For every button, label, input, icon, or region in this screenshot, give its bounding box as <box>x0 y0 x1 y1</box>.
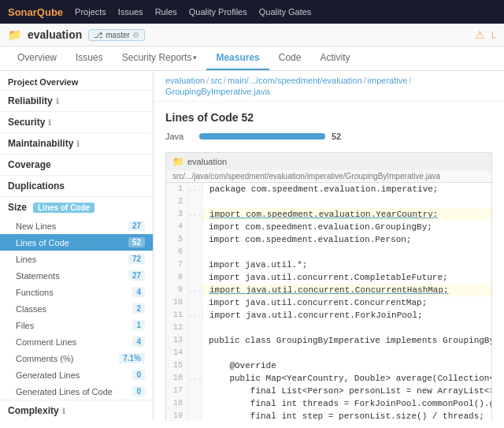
sidebar-section-reliability: Reliability ℹ <box>0 91 153 112</box>
new-lines-badge: 27 <box>128 221 145 231</box>
sidebar-section-header-maintainability[interactable]: Maintainability ℹ <box>0 133 153 154</box>
breadcrumb-file[interactable]: GroupingByImperative.java <box>165 87 270 96</box>
line-code: import java.util.concurrent.ConcurrentHa… <box>203 284 449 296</box>
lines-badge: 72 <box>128 254 145 264</box>
line-dots <box>188 397 202 410</box>
tab-overview[interactable]: Overview <box>8 47 66 70</box>
line-code <box>202 195 209 208</box>
code-row: 16... public Map<YearCountry, Double> av… <box>166 372 491 385</box>
breadcrumb-main[interactable]: main/.../com/speedment/evaluation <box>228 76 362 85</box>
nav-rules[interactable]: Rules <box>155 7 177 17</box>
breadcrumb-imperative[interactable]: imperative <box>368 76 408 85</box>
sidebar-section-header-reliability[interactable]: Reliability ℹ <box>0 91 153 111</box>
tab-security-reports[interactable]: Security Reports ▾ <box>113 47 207 70</box>
line-code: public Map<YearCountry, Double> average(… <box>202 372 492 385</box>
line-dots <box>188 195 202 208</box>
line-dots <box>188 322 202 334</box>
code-row: 11...import java.util.concurrent.ForkJoi… <box>166 309 491 322</box>
line-number: 16 <box>166 372 188 385</box>
line-code: final List<Person> personList = new Arra… <box>202 385 492 397</box>
line-code <box>202 246 209 259</box>
lang-count: 52 <box>332 132 341 141</box>
line-dots <box>188 259 202 271</box>
code-row: 12 <box>166 322 491 334</box>
line-code: import com.speedment.evaluation.Grouping… <box>202 221 432 233</box>
loc-section: Lines of Code 52 Java 52 <box>154 102 504 152</box>
sidebar-item-files[interactable]: Files 1 <box>0 317 153 333</box>
line-number: 2 <box>166 195 188 208</box>
line-dots: ... <box>188 372 202 385</box>
file-path-text: src/.../java/com/speedment/evaluation/im… <box>172 172 440 181</box>
content-area: evaluation / src / main/.../com/speedmen… <box>154 71 504 421</box>
sidebar-item-generated-loc[interactable]: Generated Lines of Code 0 <box>0 383 153 400</box>
sidebar-section-header-security[interactable]: Security ℹ <box>0 112 153 132</box>
code-row: 10import java.util.concurrent.Concurrent… <box>166 296 491 309</box>
breadcrumb-evaluation[interactable]: evaluation <box>165 76 205 85</box>
file-folder-name: evaluation <box>187 157 227 166</box>
sidebar-section-complexity: Complexity ℹ Cyclomatic Complexity 11 Co… <box>0 400 153 421</box>
line-dots <box>188 347 202 359</box>
nav-issues[interactable]: Issues <box>118 7 143 17</box>
code-row: 6 <box>166 246 491 259</box>
loc-title: Lines of Code 52 <box>165 111 492 124</box>
language-bar-row: Java 52 <box>165 132 492 141</box>
line-dots <box>188 359 202 372</box>
nav-quality-profiles[interactable]: Quality Profiles <box>189 7 247 17</box>
nav-projects[interactable]: Projects <box>75 7 106 17</box>
tab-bar: Overview Issues Security Reports ▾ Measu… <box>0 47 504 71</box>
breadcrumb: evaluation / src / main/.../com/speedmen… <box>154 71 504 102</box>
code-row: 9...import java.util.concurrent.Concurre… <box>166 284 491 296</box>
code-row: 15 @Override <box>166 359 491 372</box>
line-code: import java.util.*; <box>202 259 307 271</box>
tab-measures[interactable]: Measures <box>206 47 269 70</box>
breadcrumb-src[interactable]: src <box>210 76 222 85</box>
code-row: 3...import com.speedment.evaluation.Year… <box>166 208 491 221</box>
file-path-bar: src/.../java/com/speedment/evaluation/im… <box>165 170 492 182</box>
line-number: 1 <box>166 183 188 195</box>
project-folder-icon: 📁 <box>8 28 21 41</box>
sidebar-item-statements[interactable]: Statements 27 <box>0 267 153 284</box>
generated-loc-badge: 0 <box>132 386 145 396</box>
sidebar-item-generated-lines[interactable]: Generated Lines 0 <box>0 367 153 383</box>
sidebar-item-lines-of-code[interactable]: Lines of Code 52 <box>0 234 153 251</box>
project-header: 📁 evaluation ⎇ master ⚙ ⚠ L <box>0 24 504 47</box>
sidebar-item-comment-lines[interactable]: Comment Lines 4 <box>0 333 153 350</box>
sidebar-section-header-size[interactable]: Size Lines of Code <box>0 197 153 218</box>
nav-quality-gates[interactable]: Quality Gates <box>259 7 312 17</box>
sidebar-item-classes[interactable]: Classes 2 <box>0 300 153 317</box>
sidebar-item-functions[interactable]: Functions 4 <box>0 284 153 300</box>
branch-settings-icon: ⚙ <box>132 31 139 39</box>
code-view: 1...package com.speedment.evaluation.imp… <box>165 182 492 421</box>
lines-of-code-badge: 52 <box>128 237 145 247</box>
tab-code[interactable]: Code <box>269 47 311 70</box>
sidebar-item-lines[interactable]: Lines 72 <box>0 251 153 267</box>
line-code: import com.speedment.evaluation.Person; <box>202 233 411 246</box>
sidebar-item-comments-pct[interactable]: Comments (%) 7.1% <box>0 350 153 367</box>
warning-label: L <box>491 30 496 39</box>
lang-label: Java <box>165 132 193 141</box>
sidebar-section-header-complexity[interactable]: Complexity ℹ <box>0 400 153 421</box>
comment-lines-badge: 4 <box>132 337 145 347</box>
line-dots <box>188 385 202 397</box>
sidebar-item-new-lines[interactable]: New Lines 27 <box>0 218 153 234</box>
project-name[interactable]: evaluation <box>28 28 82 41</box>
line-number: 4 <box>166 221 188 233</box>
line-number: 11 <box>166 309 188 322</box>
loc-count: 52 <box>241 111 254 124</box>
line-code: @Override <box>202 359 276 372</box>
code-row: 4import com.speedment.evaluation.Groupin… <box>166 221 491 233</box>
tab-issues[interactable]: Issues <box>66 47 113 70</box>
line-number: 12 <box>166 322 188 334</box>
line-dots <box>188 246 202 259</box>
line-number: 10 <box>166 296 188 309</box>
sidebar-section-header-coverage[interactable]: Coverage <box>0 154 153 175</box>
line-dots: ... <box>188 208 203 221</box>
tab-activity[interactable]: Activity <box>310 47 359 70</box>
sidebar-section-header-duplications[interactable]: Duplications <box>0 176 153 196</box>
info-icon-maintainability: ℹ <box>76 140 80 148</box>
line-number: 14 <box>166 347 188 359</box>
branch-badge[interactable]: ⎇ master ⚙ <box>88 29 145 41</box>
line-number: 13 <box>166 334 188 347</box>
line-dots <box>188 410 202 421</box>
code-row: 18 final int threads = ForkJoinPool.comm… <box>166 397 491 410</box>
